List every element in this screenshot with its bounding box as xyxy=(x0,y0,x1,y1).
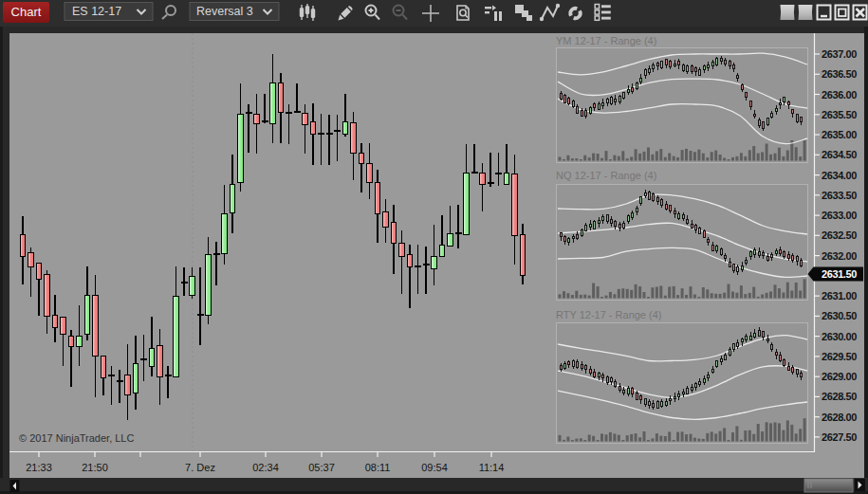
svg-text:08:11: 08:11 xyxy=(365,462,391,473)
svg-text:21:50: 21:50 xyxy=(82,462,108,473)
svg-text:2630.50: 2630.50 xyxy=(822,310,857,321)
svg-text:2634.50: 2634.50 xyxy=(822,149,857,160)
svg-text:RTY 12-17 - Range (4): RTY 12-17 - Range (4) xyxy=(556,309,661,320)
svg-text:05:37: 05:37 xyxy=(308,462,335,473)
svg-text:2633.50: 2633.50 xyxy=(822,190,857,201)
svg-text:2629.50: 2629.50 xyxy=(822,351,857,362)
svg-text:2632.00: 2632.00 xyxy=(822,250,857,262)
svg-text:2627.50: 2627.50 xyxy=(822,431,857,443)
svg-text:2631.00: 2631.00 xyxy=(822,290,857,302)
svg-text:02:34: 02:34 xyxy=(252,462,279,473)
svg-text:2632.50: 2632.50 xyxy=(822,229,857,241)
svg-text:NQ 12-17 - Range (4): NQ 12-17 - Range (4) xyxy=(556,170,656,181)
svg-text:2629.00: 2629.00 xyxy=(822,371,857,382)
svg-text:7. Dez: 7. Dez xyxy=(185,462,215,473)
svg-text:Chart: Chart xyxy=(11,5,42,19)
svg-text:2634.00: 2634.00 xyxy=(822,170,857,181)
svg-text:Reversal 3: Reversal 3 xyxy=(196,5,253,18)
svg-text:21:33: 21:33 xyxy=(26,462,52,473)
svg-text:2633.00: 2633.00 xyxy=(822,210,857,221)
svg-text:2636.00: 2636.00 xyxy=(822,89,857,101)
svg-text:2630.00: 2630.00 xyxy=(822,331,857,342)
svg-text:ES 12-17: ES 12-17 xyxy=(72,5,121,18)
svg-text:2635.00: 2635.00 xyxy=(822,129,857,140)
svg-text:2628.50: 2628.50 xyxy=(822,391,857,402)
svg-text:2637.00: 2637.00 xyxy=(822,48,857,60)
svg-text:2628.00: 2628.00 xyxy=(822,412,857,423)
svg-text:2636.50: 2636.50 xyxy=(822,68,857,80)
svg-text:11:14: 11:14 xyxy=(479,462,505,473)
svg-text:2635.50: 2635.50 xyxy=(822,109,857,120)
svg-text:© 2017 NinjaTrader, LLC: © 2017 NinjaTrader, LLC xyxy=(19,432,134,444)
svg-text:2631.50: 2631.50 xyxy=(822,268,857,280)
svg-text:YM 12-17 - Range (4): YM 12-17 - Range (4) xyxy=(556,35,656,46)
svg-text:09:54: 09:54 xyxy=(421,462,448,473)
